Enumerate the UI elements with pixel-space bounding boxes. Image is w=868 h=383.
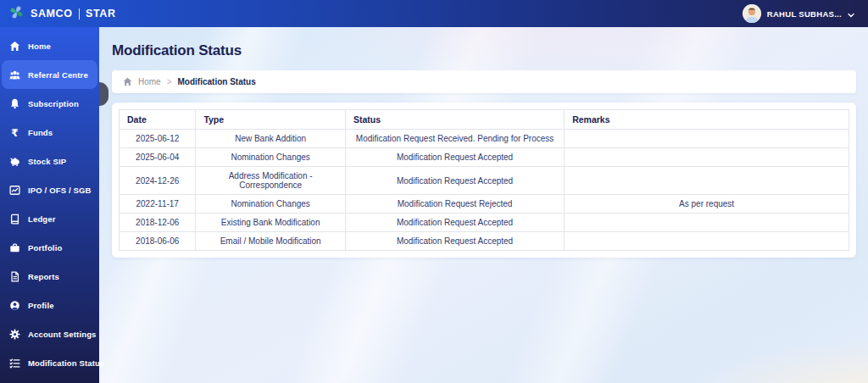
sidebar-item-label: Funds xyxy=(28,128,53,137)
sidebar-item-label: Subscription xyxy=(28,99,79,108)
column-header-status: Status xyxy=(345,110,564,130)
cell-date: 2022-11-17 xyxy=(120,195,196,214)
table-row: 2025-06-12 New Bank Addition Modificatio… xyxy=(120,130,849,148)
cell-status: Modification Request Accepted xyxy=(345,167,564,195)
column-header-type: Type xyxy=(196,110,346,130)
sidebar-item-label: Home xyxy=(28,42,51,51)
home-icon[interactable] xyxy=(123,77,132,86)
sidebar: Home Referral Centre Subscription xyxy=(0,27,99,383)
table-row: 2022-11-17 Nomination Changes Modificati… xyxy=(120,195,849,214)
cell-status: Modification Request Accepted xyxy=(345,214,564,232)
sidebar-item-portfolio[interactable]: Portfolio xyxy=(0,233,99,262)
table-row: 2018-06-06 Email / Mobile Modification M… xyxy=(120,232,849,251)
user-menu[interactable]: RAHUL SUBHAS... xyxy=(743,4,854,23)
home-icon xyxy=(9,41,20,52)
page-title: Modification Status xyxy=(112,42,856,59)
cell-remarks xyxy=(565,232,849,251)
cell-remarks xyxy=(565,214,849,232)
table-header-row: Date Type Status Remarks xyxy=(120,110,849,130)
column-header-date: Date xyxy=(120,110,196,130)
table-row: 2025-06-04 Nomination Changes Modificati… xyxy=(120,148,849,167)
cell-type: Nomination Changes xyxy=(196,148,346,167)
sidebar-item-account-settings[interactable]: Account Settings xyxy=(0,319,99,348)
main-content: Modification Status Home > Modification … xyxy=(99,27,868,383)
cell-type: Nomination Changes xyxy=(196,195,346,214)
cell-type: New Bank Addition xyxy=(196,130,346,148)
ledger-book-icon xyxy=(9,214,20,225)
sidebar-item-home[interactable]: Home xyxy=(0,31,99,60)
checklist-icon xyxy=(9,358,20,369)
modification-status-table-card: Date Type Status Remarks 2025-06-12 New … xyxy=(112,103,856,258)
cell-type: Existing Bank Modification xyxy=(196,214,346,232)
table-row: 2024-12-26 Address Modification - Corres… xyxy=(120,167,849,195)
cell-date: 2024-12-26 xyxy=(120,167,196,195)
profile-icon xyxy=(9,300,20,311)
rupee-icon: ₹ xyxy=(9,127,20,138)
cell-type: Email / Mobile Modification xyxy=(196,232,346,251)
sidebar-item-modification-status[interactable]: Modification Status xyxy=(0,348,99,377)
table-row: 2018-12-06 Existing Bank Modification Mo… xyxy=(120,214,849,232)
breadcrumb-current-page: Modification Status xyxy=(178,77,256,86)
column-header-remarks: Remarks xyxy=(565,110,849,130)
brand-name-star: STAR xyxy=(86,8,116,19)
sidebar-item-label: Referral Centre xyxy=(28,70,88,80)
document-icon xyxy=(9,271,20,282)
sidebar-item-ledger[interactable]: Ledger xyxy=(0,204,99,233)
chevron-down-icon xyxy=(848,6,854,21)
sidebar-item-label: Profile xyxy=(28,301,54,310)
sidebar-item-referral-centre[interactable]: Referral Centre xyxy=(2,60,97,89)
piggy-bank-icon xyxy=(9,156,20,167)
cell-status: Modification Request Rejected xyxy=(345,195,564,214)
breadcrumb-separator: > xyxy=(167,77,172,86)
sidebar-item-stock-sip[interactable]: Stock SIP xyxy=(0,147,99,175)
cell-status: Modification Request Received. Pending f… xyxy=(345,130,564,148)
sidebar-item-ipo-ofs-sgb[interactable]: IPO / OFS / SGB xyxy=(0,175,99,204)
cell-type: Address Modification - Correspondence xyxy=(196,167,346,195)
bell-icon xyxy=(9,98,20,109)
breadcrumb: Home > Modification Status xyxy=(112,70,856,93)
cell-date: 2018-06-06 xyxy=(120,232,196,251)
sidebar-item-label: Reports xyxy=(28,272,59,281)
cell-date: 2025-06-04 xyxy=(120,148,196,167)
sidebar-item-subscription[interactable]: Subscription xyxy=(0,89,99,118)
sidebar-item-label: Account Settings xyxy=(28,330,97,339)
briefcase-icon xyxy=(9,242,20,253)
cell-remarks xyxy=(565,130,849,148)
brand-divider xyxy=(79,8,81,19)
pinwheel-logo-icon xyxy=(8,4,25,24)
svg-text:₹: ₹ xyxy=(11,127,18,138)
sidebar-item-label: Ledger xyxy=(28,214,56,224)
avatar xyxy=(743,4,761,23)
user-name: RAHUL SUBHAS... xyxy=(767,9,842,19)
brand-name-samco: SAMCO xyxy=(31,8,73,19)
sidebar-item-label: IPO / OFS / SGB xyxy=(28,186,92,195)
breadcrumb-home-link[interactable]: Home xyxy=(138,77,161,86)
sidebar-item-label: Stock SIP xyxy=(28,157,66,166)
cell-remarks xyxy=(565,167,849,195)
brand-logo[interactable]: SAMCO STAR xyxy=(8,4,116,24)
cell-remarks: As per request xyxy=(565,195,849,214)
top-bar: SAMCO STAR RAHUL SUBHAS... xyxy=(0,0,868,27)
sidebar-item-profile[interactable]: Profile xyxy=(0,291,99,319)
cell-date: 2018-12-06 xyxy=(120,214,196,232)
cell-date: 2025-06-12 xyxy=(120,130,196,148)
chart-icon xyxy=(9,185,20,196)
cell-status: Modification Request Accepted xyxy=(345,232,564,251)
modification-status-table: Date Type Status Remarks 2025-06-12 New … xyxy=(119,109,849,251)
app-window: SAMCO STAR RAHUL SUBHAS... xyxy=(0,0,868,383)
sidebar-item-reports[interactable]: Reports xyxy=(0,262,99,291)
sidebar-item-label: Modification Status xyxy=(28,358,104,368)
cell-remarks xyxy=(565,148,849,167)
sidebar-item-label: Portfolio xyxy=(28,243,62,253)
gear-icon xyxy=(9,329,20,340)
referral-people-icon xyxy=(9,69,20,80)
sidebar-item-funds[interactable]: ₹ Funds xyxy=(0,118,99,147)
cell-status: Modification Request Accepted xyxy=(345,148,564,167)
